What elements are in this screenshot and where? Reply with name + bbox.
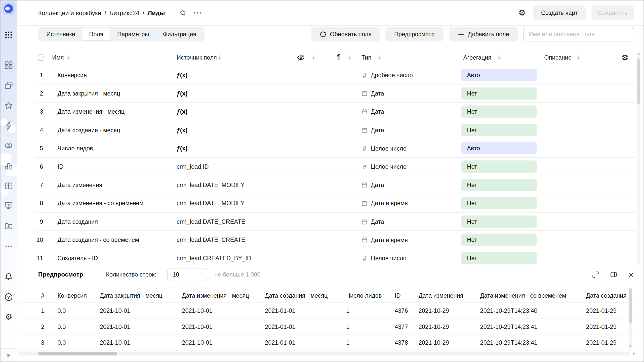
field-row[interactable]: 9Дата созданияcrm_lead.DATE_CREATEДатаНе… bbox=[35, 212, 636, 231]
connections-circles-icon[interactable] bbox=[4, 141, 13, 150]
create-chart-button[interactable]: Создать чарт bbox=[533, 5, 586, 20]
monitoring-screen-icon[interactable] bbox=[4, 201, 13, 210]
field-row[interactable]: 10Дата создания - со временемcrm_lead.DA… bbox=[35, 231, 636, 249]
field-row[interactable]: 5Число лидовƒ(x)#Целое числоАвто bbox=[35, 139, 636, 158]
preview-cell: 4377 bbox=[395, 319, 408, 335]
column-header-description[interactable]: Описание bbox=[544, 49, 572, 66]
charts-bars-icon[interactable] bbox=[4, 161, 13, 170]
preview-vertical-scrollbar[interactable] bbox=[629, 288, 632, 350]
aggregation-select[interactable]: Нет bbox=[461, 160, 537, 173]
row-count-input[interactable] bbox=[167, 268, 208, 281]
preview-column-header[interactable]: Дата изменения - месяц bbox=[182, 288, 249, 303]
preview-column-header[interactable]: ID bbox=[395, 288, 401, 303]
more-dots-icon[interactable] bbox=[4, 242, 13, 251]
tab-fields[interactable]: Поля bbox=[82, 28, 110, 40]
editor-lightning-icon[interactable] bbox=[4, 121, 13, 130]
preview-row: 10.02021-10-012021-10-012021-01-01143762… bbox=[18, 303, 634, 319]
sort-down-icon[interactable] bbox=[66, 55, 71, 60]
favorites-star-icon[interactable] bbox=[4, 101, 13, 110]
breadcrumb-root[interactable]: Коллекции и воркбуки bbox=[38, 9, 101, 16]
scroll-right-arrow[interactable] bbox=[633, 352, 635, 355]
sort-down-icon[interactable] bbox=[217, 55, 222, 60]
aggregation-select[interactable]: Нет bbox=[461, 252, 537, 264]
sort-down-icon[interactable] bbox=[311, 55, 316, 60]
aggregation-select[interactable]: Нет bbox=[461, 124, 537, 136]
field-name: Дата создания - месяц bbox=[58, 121, 120, 139]
field-row[interactable]: 8Дата изменения - со временемcrm_lead.DA… bbox=[35, 194, 636, 213]
field-row[interactable]: 6IDcrm_lead.ID#Целое числоНет bbox=[35, 158, 636, 176]
field-row[interactable]: 11Создатель - IDcrm_lead.CREATED_BY_ID#Ц… bbox=[35, 249, 636, 265]
field-row[interactable]: 1Конверсияƒ(x)#Дробное числоАвто bbox=[35, 66, 636, 84]
preview-column-header[interactable]: Дата создания bbox=[586, 288, 626, 303]
preview-column-header[interactable]: Дата создания - месяц bbox=[265, 288, 328, 303]
tab-sources[interactable]: Источники bbox=[39, 28, 82, 40]
tab-parameters[interactable]: Параметры bbox=[110, 28, 156, 40]
preview-horizontal-scrollbar[interactable] bbox=[18, 352, 630, 355]
aggregation-select[interactable]: Нет bbox=[461, 234, 537, 246]
fields-table-scrollbar[interactable] bbox=[637, 51, 640, 265]
table-settings-gear-icon[interactable]: ⚙ bbox=[621, 54, 628, 62]
sort-down-icon[interactable] bbox=[347, 55, 352, 60]
scroll-up-arrow[interactable] bbox=[637, 53, 640, 55]
key-column-icon[interactable] bbox=[335, 53, 343, 62]
aggregation-select[interactable]: Авто bbox=[461, 142, 537, 155]
collections-icon[interactable] bbox=[4, 81, 13, 90]
field-row[interactable]: 4Дата создания - месяцƒ(x)ДатаНет bbox=[35, 121, 636, 139]
aggregation-select[interactable]: Нет bbox=[461, 106, 537, 118]
field-type: #Целое число bbox=[361, 158, 407, 176]
navigation-squares-icon[interactable] bbox=[4, 61, 13, 70]
expand-preview-icon[interactable] bbox=[591, 270, 600, 279]
column-header-name[interactable]: Имя bbox=[52, 49, 64, 66]
preview-column-header[interactable]: Конверсия bbox=[58, 288, 87, 303]
refresh-fields-button[interactable]: Обновить поля bbox=[311, 27, 380, 41]
preview-column-header[interactable]: Дата изменения - со временем bbox=[480, 288, 566, 303]
field-source: crm_lead.DATE_MODIFY bbox=[177, 176, 245, 194]
aggregation-select[interactable]: Нет bbox=[461, 87, 537, 100]
aggregation-select[interactable]: Нет bbox=[461, 197, 537, 209]
column-header-type[interactable]: Тип bbox=[361, 49, 371, 66]
scroll-down-arrow[interactable] bbox=[629, 345, 631, 347]
aggregation-select[interactable]: Авто bbox=[461, 69, 537, 81]
tab-filtering[interactable]: Фильтрация bbox=[156, 28, 203, 40]
sort-down-icon[interactable] bbox=[497, 55, 502, 60]
field-row[interactable]: 2Дата закрытия - месяцƒ(x)ДатаНет bbox=[35, 84, 636, 103]
scrollbar-thumb[interactable] bbox=[629, 288, 632, 323]
sort-down-icon[interactable] bbox=[377, 55, 382, 60]
settings-gear-icon[interactable]: ⚙ bbox=[4, 312, 13, 321]
expand-sidebar-play-icon[interactable] bbox=[5, 352, 12, 359]
preview-column-header[interactable]: # bbox=[41, 288, 44, 303]
add-field-button[interactable]: Добавить поле bbox=[449, 27, 518, 41]
aggregation-select[interactable]: Нет bbox=[461, 179, 537, 191]
preview-table-header: #КонверсияДата закрытия - месяцДата изме… bbox=[18, 288, 634, 303]
column-header-source[interactable]: Источник поля bbox=[177, 49, 217, 66]
hidden-column-eye-off-icon[interactable] bbox=[297, 53, 305, 62]
field-row[interactable]: 7Дата измененияcrm_lead.DATE_MODIFYДатаН… bbox=[35, 176, 636, 194]
scrollbar-thumb[interactable] bbox=[637, 58, 640, 104]
datalens-logo[interactable] bbox=[2, 2, 15, 15]
dashboards-table-icon[interactable] bbox=[4, 182, 13, 191]
dataset-settings-gear-icon[interactable]: ⚙ bbox=[518, 9, 526, 17]
notifications-bell-icon[interactable] bbox=[4, 273, 13, 282]
number-type-icon: # bbox=[361, 72, 368, 79]
breadcrumb-workbook[interactable]: Битрикс24 bbox=[109, 9, 139, 16]
select-all-checkbox[interactable] bbox=[37, 54, 44, 61]
more-actions-icon[interactable] bbox=[193, 11, 202, 15]
save-button[interactable]: Сохранить bbox=[591, 5, 634, 20]
split-view-icon[interactable] bbox=[610, 270, 618, 279]
storage-folder-icon[interactable] bbox=[4, 221, 13, 230]
preview-toggle-button[interactable]: Предпросмотр bbox=[385, 27, 444, 41]
preview-column-header[interactable]: Дата изменения bbox=[419, 288, 463, 303]
scrollbar-thumb[interactable] bbox=[38, 352, 117, 355]
aggregation-select[interactable]: Нет bbox=[461, 215, 537, 228]
sort-down-icon[interactable] bbox=[576, 55, 581, 60]
apps-grid-icon[interactable] bbox=[4, 30, 13, 39]
field-row[interactable]: 3Дата изменения - месяцƒ(x)ДатаНет bbox=[35, 103, 636, 121]
field-search-input[interactable] bbox=[523, 27, 634, 41]
field-row-number: 10 bbox=[35, 231, 43, 249]
favorite-star-icon[interactable] bbox=[179, 9, 187, 17]
help-question-icon[interactable]: ? bbox=[4, 293, 13, 302]
preview-column-header[interactable]: Число лидов bbox=[346, 288, 382, 303]
close-preview-icon[interactable] bbox=[627, 270, 635, 279]
preview-column-header[interactable]: Дата закрытия - месяц bbox=[100, 288, 163, 303]
column-header-aggregation[interactable]: Агрегация bbox=[463, 49, 492, 66]
